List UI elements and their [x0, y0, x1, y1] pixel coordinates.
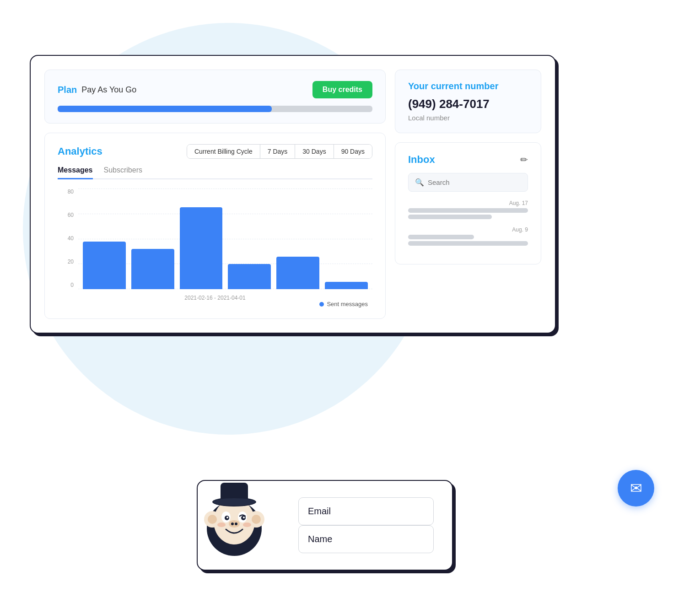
svg-point-7 [243, 517, 245, 518]
email-field[interactable]: Email [298, 497, 434, 525]
mailchimp-card: Email Name [197, 480, 453, 571]
progress-bar-container [58, 106, 372, 112]
filter-90-days[interactable]: 90 Days [334, 145, 372, 158]
inbox-line-2a [408, 235, 474, 239]
left-panel: Plan Pay As You Go Buy credits Analytics… [44, 70, 386, 319]
buy-credits-button[interactable]: Buy credits [312, 81, 372, 98]
y-label-0: 0 [58, 282, 74, 288]
progress-bar-fill [58, 106, 272, 112]
plan-link[interactable]: Plan [58, 85, 77, 95]
svg-point-10 [235, 523, 237, 525]
chart-bar-3 [180, 207, 223, 289]
inbox-item-1[interactable]: Aug. 17 [408, 200, 528, 219]
mailchimp-monkey [188, 469, 289, 570]
y-axis: 0 20 40 60 80 [58, 189, 74, 289]
right-panel: Your current number (949) 284-7017 Local… [395, 70, 541, 319]
email-field-container: Email [298, 497, 434, 525]
chart-area [78, 189, 372, 289]
analytics-title: Analytics [58, 145, 102, 157]
name-field[interactable]: Name [298, 525, 434, 553]
y-label-60: 60 [58, 212, 74, 218]
y-label-80: 80 [58, 189, 74, 195]
inbox-search-container: 🔍 [408, 173, 528, 192]
svg-point-8 [229, 520, 240, 528]
x-axis-label: 2021-02-16 - 2021-04-01 [184, 295, 245, 301]
tab-subscribers[interactable]: Subscribers [104, 166, 142, 179]
analytics-section: Analytics Current Billing Cycle 7 Days 3… [44, 133, 386, 319]
svg-point-9 [231, 523, 234, 525]
inbox-line-1a [408, 208, 528, 213]
inbox-section: Inbox ✏ 🔍 Aug. 17 Aug. 9 [395, 142, 541, 264]
envelope-button[interactable]: ✉ [618, 470, 654, 506]
chart-bar-4 [228, 264, 271, 289]
current-number-title: Your current number [408, 81, 528, 92]
plan-title: Plan Pay As You Go [58, 85, 136, 95]
plan-section: Plan Pay As You Go Buy credits [44, 70, 386, 124]
svg-point-6 [226, 517, 228, 518]
inbox-title: Inbox [408, 154, 435, 166]
inbox-date-2: Aug. 9 [512, 226, 528, 233]
filter-current-billing[interactable]: Current Billing Cycle [187, 145, 260, 158]
phone-number: (949) 284-7017 [408, 97, 528, 111]
inbox-item-1-header: Aug. 17 [408, 200, 528, 206]
svg-point-14 [252, 515, 261, 524]
chart-bar-5 [276, 257, 319, 290]
envelope-icon: ✉ [630, 479, 642, 497]
chart-bar-1 [83, 242, 126, 290]
legend-label: Sent messages [327, 301, 368, 307]
chart-container: 0 20 40 60 80 2021-02-16 - 2021 [58, 189, 372, 307]
analytics-header: Analytics Current Billing Cycle 7 Days 3… [58, 144, 372, 159]
tab-messages[interactable]: Messages [58, 166, 93, 179]
legend-dot [319, 302, 324, 307]
analytics-tabs: Messages Subscribers [58, 166, 372, 179]
inbox-item-2-header: Aug. 9 [408, 226, 528, 233]
dashboard-card: Plan Pay As You Go Buy credits Analytics… [30, 55, 556, 334]
inbox-line-2b [408, 241, 528, 246]
chart-legend: Sent messages [319, 301, 368, 307]
inbox-item-2[interactable]: Aug. 9 [408, 226, 528, 246]
inbox-line-1b [408, 215, 492, 219]
time-filters: Current Billing Cycle 7 Days 30 Days 90 … [187, 144, 372, 159]
plan-header: Plan Pay As You Go Buy credits [58, 81, 372, 98]
current-number-section: Your current number (949) 284-7017 Local… [395, 70, 541, 133]
compose-icon[interactable]: ✏ [520, 154, 528, 165]
chart-bar-2 [131, 249, 174, 289]
svg-point-17 [213, 498, 255, 506]
filter-7-days[interactable]: 7 Days [260, 145, 296, 158]
svg-point-18 [217, 523, 226, 527]
search-icon: 🔍 [415, 178, 424, 187]
search-input[interactable] [428, 178, 521, 186]
y-label-40: 40 [58, 235, 74, 242]
plan-subtitle: Pay As You Go [81, 85, 136, 95]
inbox-date-1: Aug. 17 [509, 200, 528, 206]
chart-bar-6 [325, 282, 368, 290]
number-type: Local number [408, 114, 528, 122]
name-field-container: Name [298, 525, 434, 553]
svg-point-12 [208, 515, 217, 524]
inbox-header: Inbox ✏ [408, 154, 528, 166]
filter-30-days[interactable]: 30 Days [295, 145, 334, 158]
y-label-20: 20 [58, 259, 74, 265]
svg-point-19 [243, 523, 251, 527]
